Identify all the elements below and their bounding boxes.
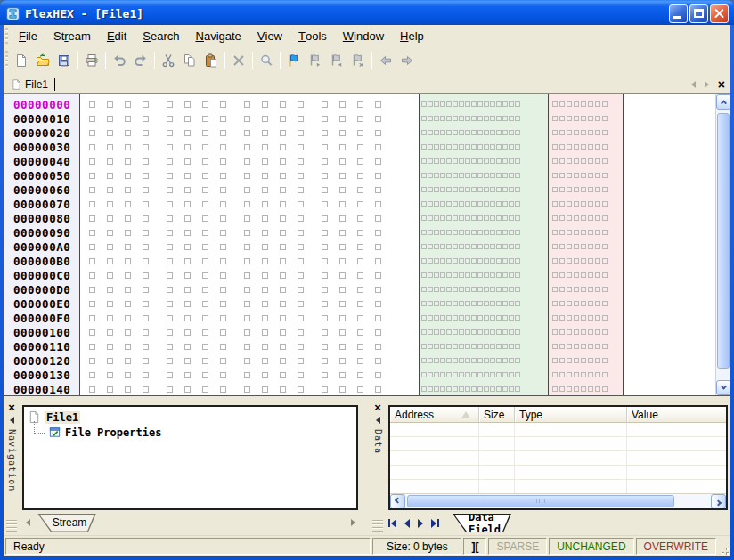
empty-ansi-cell[interactable] [509, 358, 514, 363]
empty-byte-cell[interactable] [357, 258, 363, 264]
bookmark-next-button[interactable] [305, 50, 326, 71]
empty-byte-cell[interactable] [357, 315, 363, 321]
empty-ansi-cell[interactable] [515, 301, 520, 306]
empty-byte-cell[interactable] [202, 215, 208, 222]
empty-wide-cell[interactable] [581, 144, 586, 150]
empty-ansi-cell[interactable] [440, 101, 445, 107]
empty-ansi-cell[interactable] [484, 158, 489, 164]
empty-ansi-cell[interactable] [477, 358, 483, 363]
ansi-char-cells[interactable] [419, 344, 549, 349]
empty-byte-cell[interactable] [357, 372, 363, 378]
empty-wide-cell[interactable] [567, 215, 572, 221]
empty-ansi-cell[interactable] [428, 101, 433, 107]
empty-wide-cell[interactable] [595, 258, 600, 264]
empty-ansi-cell[interactable] [434, 201, 439, 207]
empty-ansi-cell[interactable] [459, 344, 464, 349]
empty-ansi-cell[interactable] [502, 315, 508, 321]
empty-ansi-cell[interactable] [477, 386, 483, 392]
empty-ansi-cell[interactable] [496, 116, 502, 121]
empty-ansi-cell[interactable] [446, 244, 452, 249]
empty-ansi-cell[interactable] [446, 116, 452, 121]
empty-byte-cell[interactable] [375, 258, 381, 264]
empty-wide-cell[interactable] [602, 272, 608, 278]
empty-ansi-cell[interactable] [496, 187, 502, 192]
last-record-icon[interactable] [431, 519, 439, 528]
empty-byte-cell[interactable] [357, 101, 363, 108]
empty-byte-cell[interactable] [322, 116, 328, 122]
empty-ansi-cell[interactable] [434, 101, 439, 107]
ansi-char-cells[interactable] [419, 144, 549, 150]
menu-search[interactable]: Search [135, 25, 187, 47]
empty-ansi-cell[interactable] [421, 315, 427, 321]
undo-button[interactable] [109, 50, 130, 71]
empty-ansi-cell[interactable] [496, 287, 502, 292]
minimize-button[interactable] [669, 4, 688, 23]
empty-ansi-cell[interactable] [484, 173, 489, 178]
empty-byte-cell[interactable] [125, 386, 131, 393]
empty-byte-cell[interactable] [125, 215, 131, 222]
empty-byte-cell[interactable] [167, 201, 173, 207]
empty-wide-cell[interactable] [588, 386, 593, 392]
hex-byte-cells[interactable] [80, 258, 419, 264]
ansi-char-cells[interactable] [419, 358, 549, 363]
print-button[interactable] [81, 50, 102, 71]
empty-ansi-cell[interactable] [434, 315, 439, 321]
empty-ansi-cell[interactable] [465, 116, 470, 121]
empty-ansi-cell[interactable] [477, 287, 483, 292]
empty-wide-cell[interactable] [567, 187, 572, 192]
empty-byte-cell[interactable] [143, 344, 149, 350]
empty-wide-cell[interactable] [602, 301, 608, 306]
empty-byte-cell[interactable] [107, 258, 113, 264]
empty-ansi-cell[interactable] [428, 315, 433, 321]
ansi-char-cells[interactable] [419, 215, 549, 221]
empty-wide-cell[interactable] [602, 344, 608, 349]
empty-ansi-cell[interactable] [515, 258, 520, 264]
empty-ansi-cell[interactable] [434, 173, 439, 178]
empty-byte-cell[interactable] [357, 329, 363, 336]
ansi-char-cells[interactable] [419, 301, 549, 306]
empty-byte-cell[interactable] [125, 101, 131, 108]
empty-ansi-cell[interactable] [446, 358, 452, 363]
empty-byte-cell[interactable] [202, 315, 208, 321]
empty-wide-cell[interactable] [552, 201, 558, 207]
empty-byte-cell[interactable] [280, 215, 286, 222]
column-header-value[interactable]: Value [627, 407, 726, 422]
empty-ansi-cell[interactable] [440, 158, 445, 164]
empty-ansi-cell[interactable] [421, 272, 427, 278]
empty-byte-cell[interactable] [184, 258, 191, 264]
empty-byte-cell[interactable] [202, 301, 208, 307]
empty-byte-cell[interactable] [280, 258, 286, 264]
empty-ansi-cell[interactable] [459, 116, 464, 121]
empty-ansi-cell[interactable] [496, 329, 502, 335]
empty-byte-cell[interactable] [339, 301, 346, 307]
empty-wide-cell[interactable] [602, 244, 608, 249]
empty-ansi-cell[interactable] [490, 258, 495, 264]
empty-ansi-cell[interactable] [502, 201, 508, 207]
column-header-address[interactable]: Address [390, 407, 479, 422]
empty-byte-cell[interactable] [357, 116, 363, 122]
tab-file1[interactable]: File1 [7, 77, 61, 93]
empty-byte-cell[interactable] [262, 386, 268, 393]
column-header-size[interactable]: Size [479, 407, 515, 422]
wide-char-cells[interactable] [549, 187, 624, 192]
empty-wide-cell[interactable] [602, 101, 608, 107]
empty-wide-cell[interactable] [552, 230, 558, 235]
empty-byte-cell[interactable] [262, 173, 268, 179]
empty-ansi-cell[interactable] [509, 173, 514, 178]
empty-byte-cell[interactable] [184, 301, 191, 307]
table-row[interactable] [390, 480, 726, 493]
empty-ansi-cell[interactable] [490, 116, 495, 121]
empty-byte-cell[interactable] [125, 258, 131, 264]
empty-ansi-cell[interactable] [459, 201, 464, 207]
empty-ansi-cell[interactable] [509, 344, 514, 349]
empty-ansi-cell[interactable] [434, 272, 439, 278]
empty-byte-cell[interactable] [375, 287, 381, 293]
empty-byte-cell[interactable] [143, 116, 149, 122]
empty-byte-cell[interactable] [339, 173, 346, 179]
empty-ansi-cell[interactable] [509, 386, 514, 392]
navigation-close-icon[interactable]: × [8, 402, 15, 413]
empty-byte-cell[interactable] [143, 287, 149, 293]
empty-byte-cell[interactable] [125, 201, 131, 207]
data-grip[interactable] [372, 520, 383, 533]
empty-ansi-cell[interactable] [496, 358, 502, 363]
